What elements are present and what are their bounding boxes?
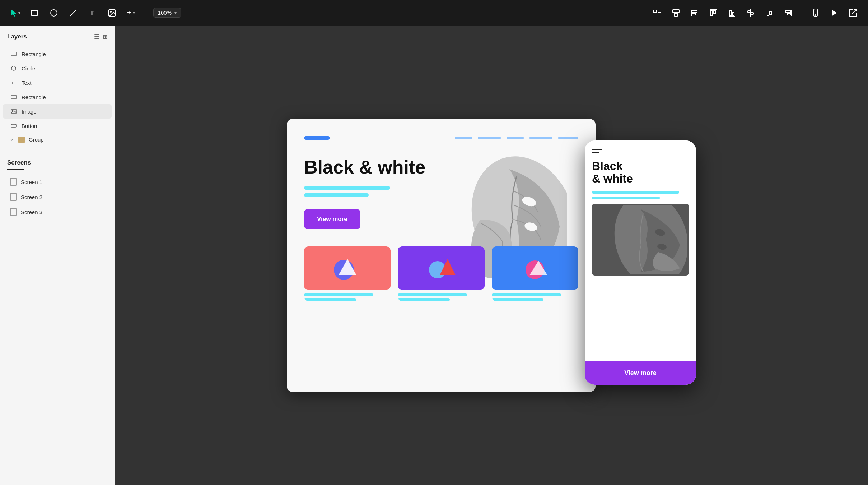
text-tool[interactable]: T [86,6,99,19]
nav-link-5 [558,137,578,139]
card-2-bar-2 [398,298,450,301]
svg-rect-23 [748,11,751,13]
share-button[interactable] [846,6,859,19]
screen-item-1[interactable]: Screen 1 [3,174,112,189]
mobile-leaf-image [592,204,689,276]
align-left-tool[interactable] [688,6,701,19]
main-area: Layers ☰ ⊞ Rectangle Circle [0,26,868,485]
nav-link-1 [455,137,472,139]
align-center-v-tool[interactable] [763,6,776,19]
card-3-bar-1 [492,293,561,296]
card-2-bar-1 [398,293,467,296]
zoom-control[interactable]: 100% ▾ [153,8,181,18]
svg-point-40 [12,110,13,111]
sidebar: Layers ☰ ⊞ Rectangle Circle [0,26,115,485]
hero-title: Black & white [304,157,578,177]
select-tool[interactable]: ▾ [9,6,22,19]
mobile-preview-tool[interactable] [809,6,822,19]
rectangle-layer-icon [10,50,17,57]
screen-item-2[interactable]: Screen 2 [3,189,112,204]
card-1-bar-2 [304,298,356,301]
mobile-preview: Black & white [585,140,696,385]
layer-item-rectangle-1[interactable]: Rectangle [3,47,112,61]
zoom-value: 100% [158,10,172,16]
add-tool[interactable]: + ▾ [125,6,137,19]
layer-item-text[interactable]: T Text [3,75,112,90]
svg-rect-1 [31,10,38,15]
card-2-image [398,246,484,290]
card-3-bar-2 [492,298,544,301]
layer-item-image[interactable]: Image [3,104,112,119]
mobile-title: Black & white [592,160,689,185]
mobile-title-line2: & white [592,172,633,185]
svg-rect-35 [11,52,16,56]
align-center-h-tool[interactable] [669,6,682,19]
group-chevron-icon [10,138,14,142]
hero-text-bar-1 [304,186,390,190]
toolbar: ▾ T + ▾ 100% ▾ [0,0,868,26]
card-2 [398,246,484,301]
rectangle-tool[interactable] [28,6,41,19]
layers-list-icon[interactable]: ☰ [94,33,99,40]
alignment-tools [651,6,859,19]
svg-rect-30 [787,13,790,15]
rectangle-layer-icon-2 [10,93,17,101]
screen-1-icon [10,178,17,186]
svg-point-36 [11,66,16,70]
svg-rect-17 [711,10,713,15]
layer-item-rectangle-2[interactable]: Rectangle [3,90,112,104]
design-board[interactable]: Black & white View more [287,119,596,392]
align-top-tool[interactable] [707,6,720,19]
mobile-footer-button[interactable]: View more [585,361,696,385]
svg-marker-0 [11,9,16,17]
svg-rect-8 [658,10,661,12]
button-layer-icon [10,122,17,129]
svg-rect-14 [692,11,697,13]
layer-item-text-label: Text [22,80,32,86]
zoom-dropdown-icon: ▾ [174,10,177,15]
svg-rect-38 [11,95,16,99]
layer-item-circle-label: Circle [22,65,35,71]
circle-tool[interactable] [47,6,60,19]
mobile-content: Black & white [585,140,696,361]
card-1 [304,246,391,301]
nav-link-4 [529,137,552,139]
group-folder-icon [18,137,25,143]
card-1-image [304,246,391,290]
svg-line-34 [852,10,856,14]
canvas-inner: Black & white View more [287,119,696,392]
layer-item-button[interactable]: Button [3,119,112,133]
line-tool[interactable] [67,6,80,19]
layer-item-group-label: Group [29,137,44,143]
screen-item-3[interactable]: Screen 3 [3,204,112,220]
layers-grid-icon[interactable]: ⊞ [103,33,107,40]
align-right-tool[interactable] [781,6,794,19]
svg-point-6 [110,11,111,12]
align-distribute-tool[interactable] [651,6,664,19]
nav-link-3 [507,137,524,139]
cards-row [304,246,578,301]
svg-rect-15 [692,13,695,15]
layer-item-circle[interactable]: Circle [3,61,112,75]
hamburger-line-1 [592,149,602,150]
svg-rect-21 [732,13,734,15]
card-3 [492,246,578,301]
screen-2-label: Screen 2 [21,194,42,200]
svg-rect-7 [654,10,657,12]
layers-title: Layers [7,33,27,40]
mobile-hamburger-menu[interactable] [592,149,689,153]
layers-section-title: Layers ☰ ⊞ [0,33,115,42]
align-bottom-tool[interactable] [725,6,738,19]
image-tool[interactable] [106,6,118,19]
nav-link-2 [478,137,501,139]
card-1-bar-1 [304,293,373,296]
layer-item-group[interactable]: Group [3,133,112,146]
view-more-button[interactable]: View more [304,209,360,229]
play-button[interactable] [828,6,841,19]
align-distribute-v-tool[interactable] [744,6,757,19]
design-nav [304,136,578,140]
toolbar-divider-1 [145,7,145,19]
layers-underline [7,42,24,42]
svg-rect-41 [11,124,16,127]
svg-rect-18 [714,10,715,14]
